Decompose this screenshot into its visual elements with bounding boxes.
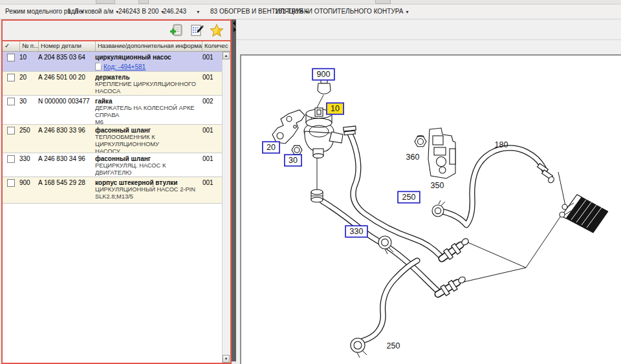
document-icon bbox=[95, 63, 102, 70]
cell-position-number: 30 bbox=[19, 96, 38, 124]
diagram-callout-350[interactable]: 350 bbox=[431, 181, 444, 190]
pump-bracket bbox=[272, 110, 305, 144]
leader-line bbox=[526, 216, 561, 268]
hose-clamp-rings bbox=[343, 126, 356, 135]
scroll-up-button[interactable]: ▲ bbox=[223, 52, 230, 59]
table-row[interactable]: 30N 000000 003477гайкаДЕРЖАТЕЛЬ НА КОЛЕС… bbox=[3, 96, 222, 125]
table-row[interactable]: 250A 246 830 33 96фасонный шлангТЕПЛООБМ… bbox=[3, 125, 222, 153]
menu-item-5[interactable]: 181 ТРУБКИ ОТОПИТЕЛЬНОГО КОНТУРА▾ bbox=[275, 5, 409, 19]
part-description: ДЕРЖАТЕЛЬ НА КОЛЕСНОЙ АРКЕ СПРАВА bbox=[95, 105, 202, 119]
table-row[interactable]: 20A 246 501 00 20держательКРЕПЛЕНИЕ ЦИРК… bbox=[3, 72, 222, 96]
cell-name: фасонный шлангРЕЦИРКУЛЯЦ. НАСОС К ДВИГАТ… bbox=[95, 153, 202, 177]
cell-check bbox=[3, 96, 19, 124]
part-name: фасонный шланг bbox=[95, 127, 202, 134]
part-description: SLK2.8;M13/5 bbox=[95, 193, 202, 200]
svg-text:30: 30 bbox=[289, 156, 298, 165]
part-description: ЦИРКУЛЯЦИОННЫЙ НАСОС 2-PIN bbox=[95, 186, 202, 193]
cell-part-number: A 204 835 03 64 bbox=[38, 52, 95, 71]
header-num[interactable]: № п... bbox=[20, 41, 39, 51]
cell-part-number: A 246 501 00 20 bbox=[38, 72, 95, 95]
holder-350 bbox=[428, 128, 455, 178]
elbow-connector-upper bbox=[442, 237, 470, 259]
nut-360 bbox=[415, 136, 426, 147]
parts-toolbar bbox=[3, 21, 230, 40]
cell-check bbox=[3, 125, 19, 153]
menu-item-label: 1. Легковой а/м bbox=[67, 8, 113, 15]
diagram-callout-30[interactable]: 30 bbox=[285, 155, 301, 166]
add-document-icon[interactable] bbox=[169, 23, 184, 37]
cell-part-number: A 246 830 33 96 bbox=[38, 125, 95, 153]
table-rows: 10A 204 835 03 64циркуляционный насосКод… bbox=[3, 52, 223, 363]
diagram-callout-330[interactable]: 330 bbox=[345, 226, 367, 237]
panel-splitter[interactable] bbox=[232, 19, 236, 361]
cell-quantity: 001 bbox=[202, 177, 222, 203]
nut-30 bbox=[292, 145, 302, 155]
part-name: держатель bbox=[95, 74, 202, 81]
parts-diagram: 900102030360350180250330250 bbox=[241, 56, 621, 364]
svg-text:330: 330 bbox=[350, 227, 364, 236]
header-name[interactable]: Название/дополнительная информация bbox=[96, 41, 202, 51]
diagram-callout-250[interactable]: 250 bbox=[398, 191, 420, 203]
collapse-left-icon[interactable] bbox=[230, 21, 235, 26]
row-checkbox[interactable] bbox=[7, 155, 15, 163]
code-line: Код: -494+581 bbox=[95, 63, 202, 70]
diagram-callout-360[interactable]: 360 bbox=[406, 153, 420, 162]
header-check[interactable]: ✓ bbox=[3, 41, 20, 51]
cell-name: корпус штекерной втулкиЦИРКУЛЯЦИОННЫЙ НА… bbox=[95, 177, 202, 203]
row-checkbox[interactable] bbox=[7, 74, 15, 81]
top-strip-fragment bbox=[138, 0, 149, 4]
menu-item-1[interactable]: 1. Легковой а/м▾ bbox=[67, 5, 118, 19]
cell-check bbox=[3, 177, 19, 203]
diagram-callout-250[interactable]: 250 bbox=[387, 341, 400, 350]
cell-position-number: 20 bbox=[19, 72, 38, 95]
diagram-callout-900[interactable]: 900 bbox=[312, 69, 334, 80]
row-checkbox[interactable] bbox=[7, 127, 15, 134]
part-name: фасонный шланг bbox=[95, 155, 202, 162]
svg-text:10: 10 bbox=[331, 104, 340, 113]
header-qty[interactable]: Количес bbox=[202, 41, 230, 51]
row-checkbox[interactable] bbox=[7, 179, 15, 187]
row-checkbox[interactable] bbox=[7, 54, 15, 61]
code-link[interactable]: Код: -494+581 bbox=[104, 63, 146, 70]
svg-text:250: 250 bbox=[402, 193, 416, 202]
menu-item-label: 246243 B 200 bbox=[118, 8, 158, 15]
leader-line bbox=[464, 242, 526, 282]
menu-item-3[interactable]: 246.243▾ bbox=[163, 5, 199, 19]
diagram-callout-10[interactable]: 10 bbox=[327, 103, 343, 114]
table-row[interactable]: 330A 246 830 34 96фасонный шлангРЕЦИРКУЛ… bbox=[3, 153, 222, 177]
part-name: циркуляционный насос bbox=[95, 54, 202, 61]
hose-180-end-rings bbox=[538, 164, 556, 184]
part-description: НАСОСУ bbox=[95, 148, 202, 153]
dropdown-arrow-icon[interactable]: ▾ bbox=[406, 9, 408, 15]
svg-text:20: 20 bbox=[267, 143, 276, 152]
part-name: гайка bbox=[95, 98, 202, 105]
diagram-callout-180[interactable]: 180 bbox=[495, 140, 508, 149]
part-name: корпус штекерной втулки bbox=[95, 179, 202, 186]
diagram-panel-separator bbox=[236, 39, 621, 40]
favorites-star-icon[interactable] bbox=[210, 23, 224, 37]
part-description: КРЕПЛЕНИЕ ЦИРКУЛЯЦИОННОГО НАСОСА bbox=[95, 81, 202, 95]
cell-check bbox=[3, 153, 19, 177]
diagram-callout-20[interactable]: 20 bbox=[263, 142, 279, 153]
table-row[interactable]: 900A 168 545 29 28корпус штекерной втулк… bbox=[3, 177, 222, 204]
cell-quantity: 001 bbox=[202, 125, 222, 153]
dropdown-arrow-icon[interactable]: ▾ bbox=[197, 9, 199, 15]
parts-table: ✓ № п... Номер детали Название/дополните… bbox=[3, 41, 230, 363]
row-checkbox[interactable] bbox=[7, 98, 15, 105]
scroll-down-button[interactable]: ▼ bbox=[223, 355, 230, 363]
svg-text:360: 360 bbox=[406, 153, 420, 162]
cell-position-number: 330 bbox=[19, 153, 38, 177]
table-scrollbar[interactable]: ▲ ▼ bbox=[222, 52, 230, 363]
cell-quantity: 002 bbox=[202, 96, 222, 124]
table-row[interactable]: 10A 204 835 03 64циркуляционный насосКод… bbox=[3, 52, 222, 72]
elbow-connector-lower bbox=[438, 275, 466, 295]
part-description: РЕЦИРКУЛЯЦ. НАСОС К ДВИГАТЕЛЮ bbox=[95, 162, 202, 177]
heat-exchanger bbox=[560, 195, 608, 233]
top-strip-fragment bbox=[375, 0, 391, 4]
header-part-number[interactable]: Номер детали bbox=[39, 41, 96, 51]
svg-text:900: 900 bbox=[317, 70, 331, 79]
edit-list-icon[interactable] bbox=[190, 23, 204, 37]
part-description: ТЕПЛООБМЕННИК К ЦИРКУЛЯЦИОННОМУ bbox=[95, 134, 202, 148]
menu-item-2[interactable]: 246243 B 200▾ bbox=[118, 5, 164, 19]
diagram-panel: 900102030360350180250330250 bbox=[236, 19, 621, 364]
